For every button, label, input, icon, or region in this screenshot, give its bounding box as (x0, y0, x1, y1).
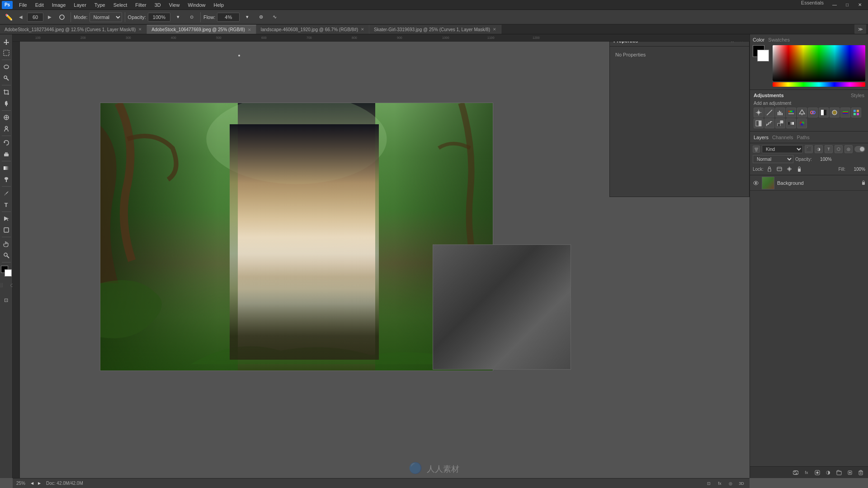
brush-size-increase[interactable]: ▶ (45, 13, 54, 22)
adj-selectivecolor-icon[interactable] (797, 118, 807, 128)
opacity-input[interactable] (148, 13, 170, 22)
adj-gradient-map-icon[interactable] (786, 118, 796, 128)
tabs-collapse[interactable]: ≫ (854, 24, 866, 34)
tab-3-close[interactable]: ✕ (493, 27, 496, 32)
flow-input[interactable] (217, 13, 240, 22)
maximize-button[interactable]: □ (841, 0, 854, 10)
adj-levels-icon[interactable] (775, 108, 785, 117)
adj-photofilter-icon[interactable] (830, 108, 840, 117)
menu-select[interactable]: Select (110, 1, 131, 9)
layer-visibility-icon[interactable] (753, 180, 759, 186)
menu-view[interactable]: View (165, 1, 184, 9)
lock-all-icon[interactable] (795, 165, 803, 173)
tool-heal[interactable] (1, 112, 12, 123)
menu-window[interactable]: Window (184, 1, 209, 9)
tool-pen[interactable] (1, 188, 12, 199)
menu-layer[interactable]: Layer (70, 1, 90, 9)
styles-tab[interactable]: Styles (851, 93, 864, 98)
swatches-tab[interactable]: Swatches (768, 37, 790, 42)
lock-transparent-icon[interactable] (765, 165, 774, 173)
filter-adjust-icon[interactable]: ◑ (815, 145, 823, 153)
layers-tab[interactable]: Layers (754, 135, 769, 140)
tool-zoom[interactable] (1, 250, 12, 261)
tab-0[interactable]: AdobeStock_118273446.jpeg @ 12.5% (Curve… (0, 25, 147, 34)
opacity-arrow[interactable]: ▾ (172, 12, 184, 22)
status-next[interactable]: ▶ (36, 480, 42, 487)
tool-eyedropper[interactable] (1, 98, 12, 109)
zoom-level[interactable]: 25% (16, 481, 25, 486)
adj-vibrance-icon[interactable] (797, 108, 807, 117)
tool-path-select[interactable] (1, 213, 12, 224)
tool-eraser[interactable] (1, 149, 12, 160)
status-prev[interactable]: ◀ (29, 480, 35, 487)
layer-mode-select[interactable]: Normal (753, 155, 793, 163)
delete-layer-btn[interactable] (856, 469, 865, 477)
menu-edit[interactable]: Edit (32, 1, 47, 9)
tool-type[interactable]: T (1, 199, 12, 210)
brush-size-input[interactable] (27, 13, 43, 22)
filter-type-select[interactable]: Kind (762, 145, 803, 153)
menu-3d[interactable]: 3D (151, 1, 165, 9)
adj-colormatch-icon[interactable] (851, 108, 861, 117)
brush-preset-button[interactable] (56, 12, 68, 22)
adj-bw-icon[interactable] (819, 108, 829, 117)
filter-shape-icon[interactable]: ⬡ (835, 145, 843, 153)
adj-posterize-icon[interactable] (764, 118, 774, 128)
fill-value[interactable]: 100% (847, 167, 865, 172)
tab-3[interactable]: Skater-Girl-3319693.jpg @ 25% (Curves 1,… (369, 25, 501, 34)
adj-invert-icon[interactable] (754, 118, 764, 128)
opacity-value[interactable]: 100% (814, 157, 832, 162)
minimize-button[interactable]: — (828, 0, 841, 10)
add-mask-btn[interactable] (813, 469, 822, 477)
menu-filter[interactable]: Filter (132, 1, 150, 9)
smoothing-icon[interactable]: ∿ (269, 12, 280, 22)
background-swatch[interactable] (757, 50, 769, 61)
tool-history-brush[interactable] (1, 137, 12, 148)
tab-1[interactable]: AdobeStock_106477669.jpeg @ 25% (RGB/8) … (147, 25, 256, 34)
timeline-icon[interactable]: ⊡ (704, 479, 713, 488)
airbrush-icon[interactable]: ⊛ (255, 12, 267, 22)
tool-selection[interactable] (1, 47, 12, 58)
filter-type-icon[interactable]: T (825, 145, 833, 153)
3d-status-icon[interactable]: 3D (737, 479, 746, 488)
tool-crop[interactable] (1, 87, 12, 98)
tab-0-close[interactable]: ✕ (138, 27, 142, 32)
adj-brightness-icon[interactable] (754, 108, 764, 117)
add-adjustment-btn[interactable]: ◑ (824, 469, 833, 477)
tool-lasso[interactable] (1, 61, 12, 72)
hue-bar[interactable] (773, 82, 865, 87)
tool-dodge[interactable] (1, 174, 12, 185)
mask-status-icon[interactable]: ◎ (726, 479, 735, 488)
lock-position-icon[interactable] (785, 165, 793, 173)
tool-quick-select[interactable] (1, 73, 12, 84)
tool-hand[interactable] (1, 239, 12, 249)
adj-colorbalance-icon[interactable] (808, 108, 818, 117)
normal-mode-icon[interactable]: ⬛ (0, 280, 6, 291)
mode-select[interactable]: Normal Dissolve Multiply (90, 12, 122, 22)
fx-status-icon[interactable]: fx (715, 479, 724, 488)
flow-arrow[interactable]: ▾ (241, 12, 253, 22)
close-button[interactable]: ✕ (854, 0, 866, 10)
adj-channelmixer-icon[interactable] (840, 108, 850, 117)
pressure-opacity-icon[interactable]: ⊙ (186, 12, 198, 22)
brush-tool-icon[interactable]: ✏️ (3, 12, 14, 22)
adj-curves-icon[interactable] (764, 108, 774, 117)
filter-smart-icon[interactable]: ◎ (844, 145, 853, 153)
tool-clone[interactable] (1, 123, 12, 134)
color-spectrum-gradient[interactable] (773, 45, 865, 81)
filter-kind-icon[interactable] (753, 145, 760, 153)
brush-size-decrease[interactable]: ◀ (16, 13, 25, 22)
adj-hue-icon[interactable] (786, 108, 796, 117)
add-group-btn[interactable] (835, 469, 844, 477)
tool-shape[interactable] (1, 225, 12, 235)
menu-help[interactable]: Help (210, 1, 228, 9)
add-layer-btn[interactable] (845, 469, 854, 477)
tab-2[interactable]: landscape-460608_1920.jpg @ 66.7% (RGB/8… (256, 25, 369, 34)
tab-2-close[interactable]: ✕ (361, 27, 364, 32)
color-tab[interactable]: Color (753, 37, 764, 42)
screen-mode-btn[interactable]: ⊡ (1, 295, 12, 305)
adj-threshold-icon[interactable] (775, 118, 785, 128)
link-layers-btn[interactable] (791, 469, 800, 477)
fg-bg-color-toggle[interactable] (1, 266, 12, 277)
tab-1-close[interactable]: ✕ (248, 28, 251, 32)
